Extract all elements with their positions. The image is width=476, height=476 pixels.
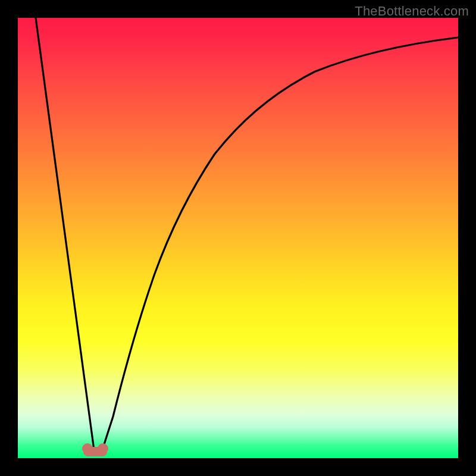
bottleneck-curve-left	[36, 18, 94, 450]
curve-svg	[18, 18, 458, 458]
watermark-text: TheBottleneck.com	[355, 4, 469, 19]
chart-plot-area	[18, 18, 458, 458]
optimal-point-marker	[83, 447, 107, 456]
bottleneck-curve-right	[102, 37, 458, 450]
